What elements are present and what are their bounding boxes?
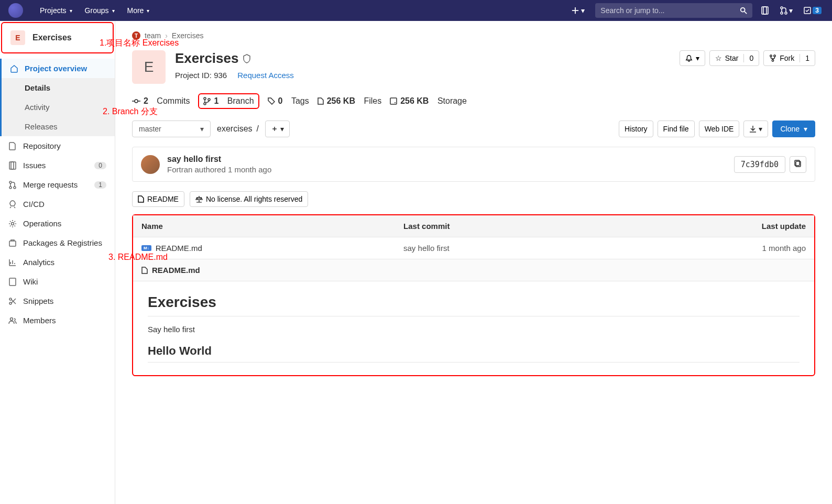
svg-point-20 — [772, 60, 774, 62]
package-icon — [8, 239, 17, 247]
chevron-down-icon: ▾ — [759, 125, 762, 133]
create-new-dropdown[interactable]: ▾ — [567, 4, 589, 17]
sidebar-item-operations[interactable]: Operations — [0, 214, 115, 233]
search-input[interactable] — [600, 6, 740, 15]
project-id: Project ID: 936 — [175, 71, 227, 80]
scissors-icon — [8, 297, 17, 305]
th-name: Name — [133, 215, 395, 237]
breadcrumb-group[interactable]: team — [145, 31, 161, 40]
find-file-button[interactable]: Find file — [658, 120, 695, 137]
star-button[interactable]: ☆Star0 — [709, 50, 759, 66]
fork-count: 1 — [800, 54, 809, 62]
disk-icon — [390, 97, 397, 105]
chevron-down-icon: ▾ — [581, 6, 585, 15]
issues-icon[interactable] — [759, 4, 771, 17]
svg-point-0 — [741, 8, 745, 12]
web-ide-button[interactable]: Web IDE — [699, 120, 740, 137]
notification-dropdown[interactable]: ▾ — [680, 50, 705, 66]
commit-sha: 7c39fdb0 — [734, 156, 785, 173]
svg-rect-2 — [763, 7, 768, 14]
commit-message[interactable]: say hello first — [167, 155, 271, 164]
readme-button[interactable]: README — [132, 191, 184, 207]
table-row[interactable]: M↓README.md say hello first 1 month ago — [133, 237, 814, 259]
license-button[interactable]: No license. All rights reserved — [190, 191, 308, 207]
chart-icon — [8, 258, 17, 267]
svg-point-16 — [9, 302, 12, 304]
readme-h2: Hello World — [148, 344, 800, 363]
svg-point-4 — [781, 12, 783, 14]
bell-icon — [685, 54, 693, 62]
issues-badge: 0 — [94, 162, 106, 169]
svg-point-9 — [9, 181, 12, 183]
sidebar-project-header[interactable]: E Exercises — [1, 22, 114, 53]
breadcrumb-project[interactable]: Exercises — [172, 31, 204, 40]
sidebar-item-repository[interactable]: Repository — [0, 136, 115, 156]
file-commit-cell[interactable]: say hello first — [395, 237, 608, 259]
sidebar-sub-activity[interactable]: Activity — [2, 97, 115, 117]
svg-rect-14 — [9, 278, 16, 286]
breadcrumb-separator: › — [165, 31, 168, 40]
breadcrumb: T team › Exercises — [132, 27, 815, 50]
stat-tags[interactable]: 0 Tags — [268, 95, 309, 107]
sidebar-item-wiki[interactable]: Wiki — [0, 272, 115, 291]
copy-sha-button[interactable] — [790, 156, 806, 173]
project-stats: 2 Commits 1 Branch 0 Tags 256 KB Files 2… — [132, 93, 815, 109]
sidebar-item-cicd[interactable]: CI/CD — [0, 194, 115, 214]
sidebar-item-overview[interactable]: Project overview — [0, 59, 115, 78]
svg-point-11 — [14, 187, 16, 189]
doc-icon — [141, 267, 148, 274]
branch-selector[interactable]: master▾ — [132, 120, 211, 137]
sidebar-item-members[interactable]: Members — [0, 311, 115, 330]
add-file-dropdown[interactable]: ＋▾ — [265, 120, 290, 137]
file-icon — [318, 97, 324, 105]
stat-storage[interactable]: 256 KB Storage — [390, 95, 467, 107]
chevron-down-icon: ▾ — [804, 125, 807, 133]
mr-badge: 1 — [94, 181, 106, 189]
sidebar-sub-details[interactable]: Details — [2, 78, 115, 97]
file-name-cell[interactable]: README.md — [156, 244, 202, 253]
readme-h1: Exercises — [148, 294, 800, 316]
request-access-link[interactable]: Request Access — [237, 71, 294, 80]
sidebar-project-name: Exercises — [32, 33, 72, 42]
gear-icon — [8, 220, 17, 228]
nav-groups[interactable]: Groups▾ — [79, 6, 121, 15]
download-dropdown[interactable]: ▾ — [743, 120, 768, 137]
svg-point-24 — [208, 98, 210, 101]
sidebar: E Exercises Project overview Details Act… — [0, 21, 115, 504]
path-root[interactable]: exercises — [217, 124, 253, 134]
stat-files[interactable]: 256 KB Files — [318, 95, 381, 107]
history-button[interactable]: History — [619, 120, 653, 137]
commit-icon — [132, 99, 140, 103]
sidebar-sub-releases[interactable]: Releases — [2, 117, 115, 136]
todos-icon[interactable]: 3 — [801, 4, 824, 17]
nav-projects[interactable]: Projects▾ — [34, 6, 79, 15]
gitlab-logo[interactable] — [8, 3, 23, 18]
fork-button[interactable]: Fork1 — [763, 50, 815, 66]
stat-commits[interactable]: 2 Commits — [132, 95, 190, 107]
sidebar-item-packages[interactable]: Packages & Registries — [0, 233, 115, 253]
chevron-down-icon: ▾ — [112, 8, 115, 14]
svg-point-26 — [395, 102, 396, 103]
sidebar-item-issues[interactable]: Issues0 — [0, 156, 115, 175]
stat-branches[interactable]: 1 Branch — [198, 93, 259, 109]
doc-icon — [8, 142, 17, 150]
star-icon: ☆ — [715, 54, 722, 62]
svg-point-15 — [9, 298, 12, 300]
global-search[interactable] — [595, 3, 752, 18]
sidebar-item-analytics[interactable]: Analytics — [0, 253, 115, 272]
branch-icon — [203, 97, 211, 105]
tag-icon — [268, 97, 275, 105]
visibility-internal-icon — [243, 54, 251, 63]
commit-meta: Fortran authored 1 month ago — [167, 165, 271, 174]
clone-button[interactable]: Clone▾ — [772, 120, 815, 137]
chevron-down-icon: ▾ — [200, 125, 204, 133]
sidebar-item-merge-requests[interactable]: Merge requests1 — [0, 175, 115, 194]
file-browser: Name Last commit Last update M↓README.md… — [132, 214, 815, 376]
chevron-down-icon: ▾ — [147, 8, 149, 14]
home-icon — [10, 64, 18, 73]
sidebar-item-snippets[interactable]: Snippets — [0, 291, 115, 311]
nav-more[interactable]: More▾ — [121, 6, 156, 15]
merge-requests-icon[interactable]: ▾ — [778, 4, 795, 17]
clipboard-icon — [794, 160, 802, 167]
commit-author-avatar[interactable] — [141, 155, 160, 174]
